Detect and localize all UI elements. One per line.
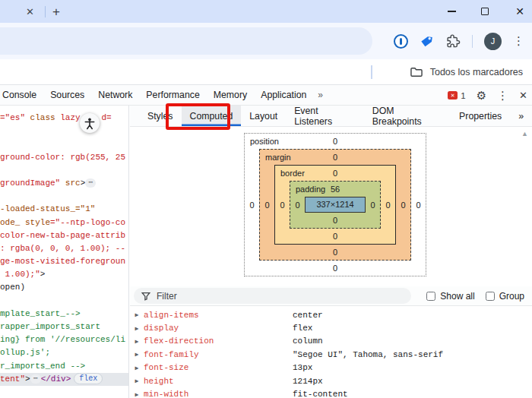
filter-funnel-icon: [141, 292, 150, 301]
box-model-section: ▲ position0 0 margin0 0 border0 0: [130, 127, 532, 286]
tab-performance[interactable]: Performance: [139, 90, 206, 100]
computed-filter-bar: Filter Show all Group: [130, 286, 532, 306]
all-bookmarks-button[interactable]: Todos los marcadores: [410, 59, 523, 84]
devtools-menu-icon[interactable]: ⋮: [497, 89, 508, 103]
show-all-checkbox[interactable]: [426, 292, 435, 301]
profile-avatar[interactable]: J: [484, 33, 502, 50]
code-line[interactable]: ge-most-visited-foregroun: [0, 255, 128, 268]
disclosure-triangle-icon[interactable]: ▶: [130, 391, 144, 398]
tab-event-listeners[interactable]: Event Listeners: [286, 106, 364, 126]
disclosure-triangle-icon[interactable]: ▶: [130, 338, 144, 345]
disclosure-triangle-icon[interactable]: ▶: [130, 377, 144, 384]
disclosure-triangle-icon[interactable]: ▶: [130, 311, 144, 318]
code-line[interactable]: color-new-tab-page-attrib: [0, 229, 128, 242]
styles-sidebar: Styles Computed Layout Event Listeners D…: [130, 106, 532, 398]
disclosure-triangle-icon[interactable]: ▶: [130, 325, 144, 332]
bookmarks-separator: [371, 65, 372, 79]
minimize-icon[interactable]: [448, 11, 456, 11]
tab-memory[interactable]: Memory: [207, 90, 254, 100]
property-row[interactable]: ▶align-itemscenter: [130, 308, 532, 321]
property-row[interactable]: ▶displayflex: [130, 321, 532, 334]
box-model-padding[interactable]: padding56 0 337×1214 0 0: [290, 181, 381, 229]
code-line[interactable]: ="es" class lazy-lod=: [0, 112, 128, 125]
box-model-margin[interactable]: margin0 0 border0 0 padding56: [259, 149, 411, 261]
maximize-icon[interactable]: [481, 8, 489, 15]
code-line[interactable]: : rgba(0, 0, 0, 1.00); --: [0, 242, 128, 255]
sidebar-tab-bar: Styles Computed Layout Event Listeners D…: [130, 106, 532, 127]
code-line[interactable]: groundImage" src>⋯: [0, 177, 128, 190]
error-count-badge[interactable]: ✕ 1: [448, 91, 465, 100]
new-tab-button[interactable]: +: [52, 5, 60, 18]
tab-console[interactable]: Console: [0, 90, 43, 100]
disclosure-triangle-icon[interactable]: ▶: [130, 351, 144, 358]
scroll-up-icon[interactable]: ▲: [521, 130, 528, 137]
browser-menu-icon[interactable]: ⋮: [513, 34, 524, 48]
expand-ellipsis-button[interactable]: ⋯: [30, 374, 41, 384]
more-panels-icon[interactable]: »: [313, 90, 328, 100]
browser-tab-strip: ✕ + ✕: [0, 0, 532, 23]
property-row[interactable]: ▶flex-directioncolumn: [130, 335, 532, 348]
extensions-puzzle-icon[interactable]: [445, 33, 461, 49]
tag-extension-icon[interactable]: [420, 34, 434, 49]
code-line[interactable]: mplate_start_-->: [0, 308, 128, 321]
group-checkbox[interactable]: [486, 292, 495, 301]
tab-close-icon[interactable]: ✕: [26, 6, 34, 17]
code-line[interactable]: r_imports_end -->: [0, 360, 128, 373]
property-row[interactable]: ▶font-family"Segoe UI", Tahoma, sans-ser…: [130, 348, 532, 361]
property-row[interactable]: ▶font-size13px: [130, 362, 532, 374]
box-model-position[interactable]: position0 0 margin0 0 border0 0: [244, 133, 426, 276]
devtools-close-icon[interactable]: ✕: [519, 90, 527, 101]
code-line[interactable]: open): [0, 281, 128, 294]
tab-computed[interactable]: Computed: [182, 106, 242, 126]
code-line[interactable]: -loaded-status_="1": [0, 203, 128, 216]
filter-input[interactable]: Filter: [134, 288, 411, 304]
property-row[interactable]: ▶height1214px: [130, 374, 532, 387]
code-line[interactable]: ollup.js';: [0, 346, 128, 359]
show-all-toggle[interactable]: Show all: [426, 291, 474, 302]
settings-gear-icon[interactable]: ⚙: [477, 89, 486, 103]
code-line[interactable]: rapper_imports_start: [0, 321, 128, 333]
tab-application[interactable]: Application: [254, 90, 313, 100]
tab-sources[interactable]: Sources: [43, 90, 91, 100]
error-icon: ✕: [448, 91, 458, 100]
elements-panel[interactable]: ="es" class lazy-lod= ground-color: rgb(…: [0, 106, 129, 398]
group-toggle[interactable]: Group: [486, 291, 524, 302]
bookmarks-folder-icon: [410, 66, 423, 77]
tab-layout[interactable]: Layout: [241, 106, 286, 126]
box-model-diagram: position0 0 margin0 0 border0 0: [244, 133, 426, 276]
code-line[interactable]: ing} from '//resources/li: [0, 333, 128, 346]
address-bar[interactable]: [0, 27, 372, 55]
tab-network[interactable]: Network: [91, 90, 139, 100]
expand-ellipsis-button[interactable]: ⋯: [85, 178, 96, 188]
password-manager-extension-icon[interactable]: [394, 34, 408, 49]
tab-dom-breakpoints[interactable]: DOM Breakpoints: [364, 106, 451, 126]
tab-styles[interactable]: Styles: [139, 106, 182, 126]
property-row[interactable]: ▶min-widthfit-content: [130, 387, 532, 398]
browser-toolbar: J ⋮: [0, 23, 532, 59]
window-close-icon[interactable]: ✕: [514, 6, 526, 17]
code-line[interactable]: 1.00);">: [0, 268, 128, 281]
all-bookmarks-label: Todos los marcadores: [430, 67, 523, 77]
disclosure-triangle-icon[interactable]: ▶: [130, 365, 144, 371]
tab-properties[interactable]: Properties: [451, 106, 510, 126]
error-count: 1: [461, 91, 465, 100]
accessibility-icon: [80, 113, 100, 133]
flex-badge[interactable]: flex: [74, 373, 103, 384]
selected-element-row[interactable]: tent">⋯</div>flex: [0, 373, 128, 386]
box-model-border[interactable]: border0 0 padding56 0 337×1214 0: [274, 165, 396, 245]
code-line[interactable]: ode_ style="--ntp-logo-co: [0, 216, 128, 229]
box-model-content[interactable]: 337×1214: [305, 197, 366, 213]
tab-separator: [45, 6, 46, 17]
filter-placeholder: Filter: [157, 291, 177, 302]
bookmarks-bar: Todos los marcadores: [0, 59, 532, 85]
more-sidebar-tabs-icon[interactable]: »: [510, 106, 532, 126]
toolbar-separator: [472, 35, 473, 48]
computed-properties-list: ▶align-itemscenter ▶displayflex ▶flex-di…: [130, 306, 532, 398]
code-line[interactable]: ground-color: rgb(255, 25: [0, 151, 128, 164]
